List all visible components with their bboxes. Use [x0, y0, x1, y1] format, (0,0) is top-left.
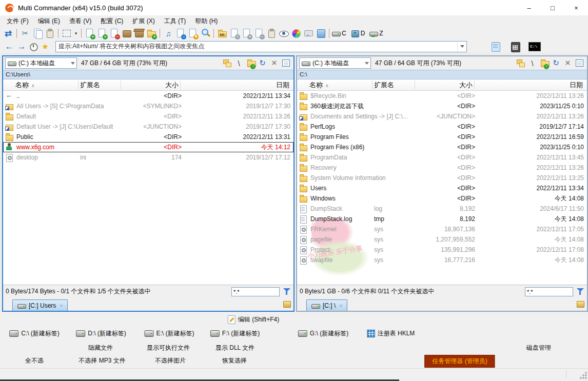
file-row[interactable]: DumpStack.log 8,192 今天 14:08 tmp — [297, 214, 587, 224]
file-row[interactable]: Default <DIR> 2022/12/11 13:26 — [3, 111, 293, 122]
doc-remove-icon[interactable]: − — [253, 27, 265, 39]
view-mode-icon[interactable] — [281, 58, 291, 68]
toolbar-separator[interactable] — [327, 27, 331, 39]
panel-view-icon[interactable] — [315, 27, 326, 39]
command-new-tab-f[interactable]: F:\ (新建标签) — [207, 328, 263, 339]
menu-item[interactable]: 查看 (V) — [65, 16, 96, 27]
command-deselect-mp3[interactable]: 不选择 MP3 文件 — [75, 355, 128, 367]
command-deselect-images[interactable]: 不选择图片 — [152, 355, 189, 367]
file-row[interactable]: System Volume Information <DIR> 2022/12/… — [297, 173, 587, 183]
drive-z-button[interactable]: Z — [369, 29, 387, 37]
kb-folder-icon[interactable]: kb — [217, 27, 228, 39]
command-new-tab-e[interactable]: E:\ (新建标签) — [142, 328, 198, 339]
command-restore-selection[interactable]: 恢复选择 — [219, 355, 250, 367]
command-select-none[interactable]: 全不选 — [22, 355, 47, 367]
toolbar-separator[interactable] — [158, 27, 162, 39]
left-panel-tab[interactable]: [C:] Users × — [12, 299, 68, 311]
music-icon[interactable]: ♫ — [163, 27, 174, 39]
file-row[interactable]: desktop 174 2019/12/7 17:12 ini — [3, 152, 293, 163]
toolbar-separator[interactable] — [56, 27, 60, 39]
viewer-eye-icon[interactable] — [278, 27, 289, 39]
file-row[interactable]: Public <DIR> 2022/12/11 13:31 — [3, 132, 293, 142]
file-row[interactable]: www.x6g.com <DIR> 今天 14:12 — [3, 142, 293, 152]
new-folder-icon[interactable]: + — [146, 27, 157, 39]
file-row[interactable]: Program Files (x86) <DIR> 2023/11/25 0:1… — [297, 142, 587, 152]
toolbar-separator[interactable] — [15, 27, 18, 39]
favorites-icon[interactable]: ★ — [40, 41, 51, 53]
preview-file-icon[interactable]: ○ — [175, 27, 186, 39]
filter-input[interactable] — [231, 287, 280, 296]
column-size[interactable]: 大小 — [122, 79, 179, 90]
edit-file-icon[interactable]: ✎ — [187, 27, 199, 39]
command-disk-management[interactable]: 磁盘管理 — [523, 342, 554, 354]
file-row[interactable]: pagefile 1,207,959,552 今天 14:08 sys — [297, 234, 587, 245]
comment-icon[interactable] — [303, 27, 314, 39]
file-row[interactable]: Recovery <DIR> 2022/12/11 13:26 — [297, 163, 587, 173]
folder-tree-icon[interactable] — [222, 58, 232, 68]
drive-d-button[interactable]: D — [350, 29, 369, 37]
command-new-tab-d[interactable]: D:\ (新建标签) — [73, 328, 129, 339]
drive-c-button[interactable]: C — [331, 29, 350, 37]
command-task-manager-admin[interactable]: 任务管理器 (管理员) — [424, 355, 495, 368]
forward-icon[interactable]: → — [16, 41, 27, 53]
parent-folder-icon[interactable]: ↑ — [246, 57, 256, 69]
command-registry-hklm[interactable]: 注册表 HKLM — [364, 328, 418, 339]
pack-archive-icon[interactable] — [121, 27, 132, 39]
hint-input[interactable] — [56, 43, 457, 51]
menu-item[interactable]: 配置 (C) — [96, 16, 128, 27]
column-ext[interactable]: 扩展名 — [374, 79, 394, 90]
column-date[interactable]: 日期 — [276, 79, 289, 90]
copy-file-icon[interactable]: » — [96, 27, 108, 39]
filter-funnel-icon[interactable] — [576, 287, 584, 296]
calculator-icon[interactable] — [509, 41, 521, 52]
command-hidden-files[interactable]: 隐藏文件 — [85, 342, 116, 354]
new-file-icon[interactable]: + — [84, 27, 95, 39]
file-row[interactable]: All Users -> [S] C:\ProgramData <SYMLINK… — [3, 101, 293, 111]
disconnect-icon[interactable]: × — [269, 57, 279, 69]
view-mode-icon[interactable] — [575, 58, 584, 68]
tab-list-button[interactable] — [576, 299, 585, 310]
unpack-archive-icon[interactable] — [133, 27, 145, 39]
right-path-bar[interactable]: C:\ — [297, 70, 587, 79]
copy-icon[interactable] — [32, 27, 43, 39]
parent-folder-icon[interactable]: ↑ — [539, 57, 549, 69]
menu-item[interactable]: 编辑 (E) — [33, 16, 65, 27]
swap-panels-icon[interactable]: ⇄ — [3, 27, 14, 39]
minimize-button[interactable]: – — [517, 0, 541, 15]
left-drive-selector[interactable]: (C:) 本地磁盘 — [5, 57, 77, 69]
column-name[interactable]: 名称∧ — [15, 79, 35, 91]
color-wheel-icon[interactable] — [290, 27, 302, 39]
file-row[interactable]: Users <DIR> 2022/12/11 13:34 — [297, 183, 587, 193]
column-size[interactable]: 大小 — [416, 79, 473, 90]
file-row[interactable]: ProgramData <DIR> 2022/12/11 13:45 — [297, 152, 587, 163]
column-ext[interactable]: 扩展名 — [80, 79, 100, 90]
right-drive-selector[interactable]: (C:) 本地磁盘 — [299, 57, 371, 69]
right-panel-tab[interactable]: [C:] \ × — [306, 299, 347, 311]
resize-grip[interactable] — [580, 372, 587, 379]
address-combobox[interactable] — [55, 41, 467, 52]
file-row[interactable]: FRKernel 18,907,136 2022/12/11 17:05 sys — [297, 224, 587, 234]
toolbar-separator[interactable] — [212, 27, 215, 39]
command-new-tab-c[interactable]: C:\ (新建标签) — [6, 328, 63, 339]
menu-item[interactable]: 文件 (F) — [2, 16, 33, 27]
maximize-button[interactable]: □ — [541, 0, 564, 15]
selection-marquee-icon[interactable] — [61, 27, 72, 39]
file-row[interactable]: Default User -> [J] C:\Users\Default <JU… — [3, 122, 293, 132]
marquee-dropdown-icon[interactable]: ▾ — [73, 27, 79, 39]
tab-list-button[interactable] — [282, 299, 291, 310]
notepad-icon[interactable] — [489, 41, 502, 52]
cut-icon[interactable]: ✂ — [19, 27, 31, 39]
left-path-bar[interactable]: C:\Users\ — [3, 70, 293, 79]
paste-icon[interactable] — [44, 27, 55, 39]
refresh-icon[interactable]: ↻ — [551, 57, 561, 69]
address-dropdown-icon[interactable] — [457, 42, 466, 51]
file-row[interactable]: 360极速浏览器下载 <DIR> 2023/11/25 0:10 — [297, 101, 587, 111]
file-row[interactable]: Protect 135,991,296 2022/12/11 17:08 sys — [297, 245, 587, 255]
file-row[interactable]: Documents and Settings -> [J] C:\... <JU… — [297, 111, 587, 122]
filter-funnel-icon[interactable] — [283, 287, 291, 296]
doc-info-icon[interactable]: ≡ — [229, 27, 240, 39]
file-row[interactable]: swapfile 16,777,216 今天 14:08 sys — [297, 255, 587, 265]
clipboard-icon[interactable] — [266, 27, 277, 39]
command-new-tab-g[interactable]: G:\ (新建标签) — [295, 328, 351, 339]
back-icon[interactable]: ← — [4, 41, 15, 53]
